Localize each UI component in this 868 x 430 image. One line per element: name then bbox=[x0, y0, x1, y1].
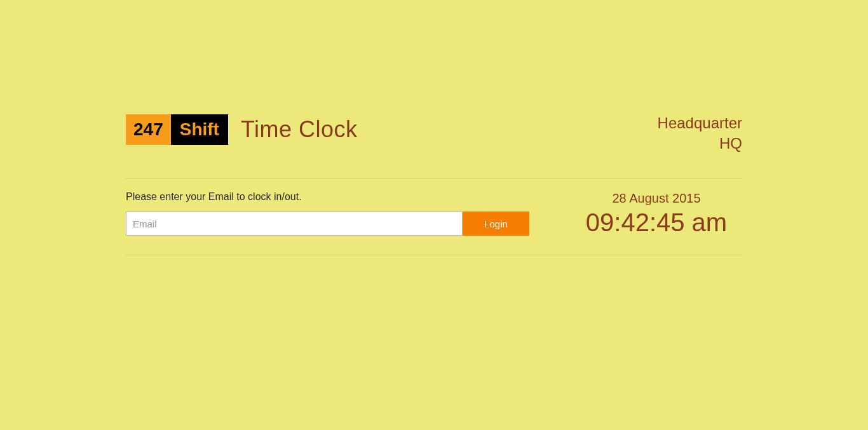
login-button[interactable]: Login bbox=[463, 212, 529, 236]
app-logo: 247 Shift bbox=[126, 114, 228, 145]
current-date: 28 August 2015 bbox=[571, 191, 742, 206]
location-code: HQ bbox=[658, 135, 742, 152]
email-field[interactable] bbox=[126, 212, 463, 236]
location-name: Headquarter bbox=[658, 114, 742, 132]
page-title: Time Clock bbox=[241, 116, 358, 143]
logo-247-part: 247 bbox=[126, 114, 171, 145]
logo-shift-part: Shift bbox=[171, 114, 228, 145]
prompt-text: Please enter your Email to clock in/out. bbox=[126, 191, 552, 203]
divider-top bbox=[126, 178, 742, 178]
divider-bottom bbox=[126, 255, 742, 255]
current-time: 09:42:45 am bbox=[571, 208, 742, 237]
